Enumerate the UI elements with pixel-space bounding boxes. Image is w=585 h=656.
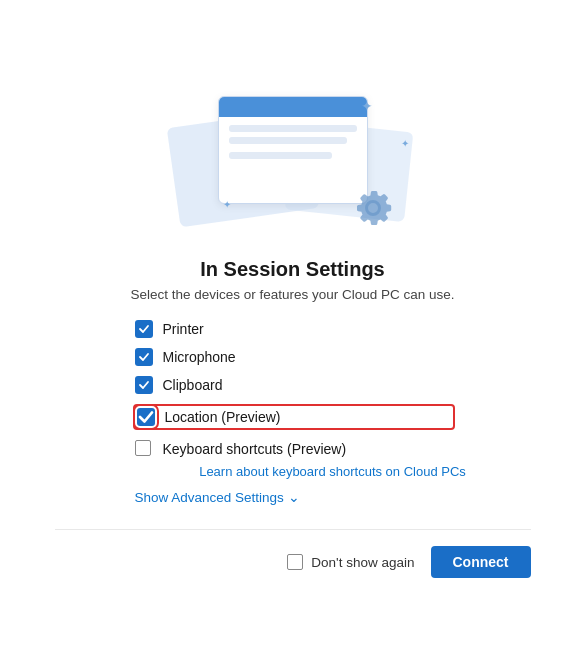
hero-titlebar [219,97,367,117]
dont-show-text: Don't show again [311,555,414,570]
option-microphone-label: Microphone [163,349,236,365]
option-printer[interactable]: Printer [135,320,455,338]
dont-show-checkbox[interactable] [287,554,303,570]
option-printer-label: Printer [163,321,204,337]
footer: Don't show again Connect [55,529,531,578]
show-advanced-label: Show Advanced Settings [135,490,284,505]
gear-icon [351,186,395,230]
keyboard-shortcuts-link[interactable]: Learn about keyboard shortcuts on Cloud … [199,464,466,479]
dialog-subtitle: Select the devices or features your Clou… [130,287,454,302]
sparkle-icon-1: ✦ [361,98,373,114]
sparkle-icon-3: ✦ [223,199,231,210]
option-clipboard[interactable]: Clipboard [135,376,455,394]
hero-illustration: ✦ ✦ ✦ [163,78,423,238]
option-keyboard[interactable]: Keyboard shortcuts (Preview) [135,440,455,458]
show-advanced-button[interactable]: Show Advanced Settings ⌄ [135,489,300,505]
checkbox-location[interactable] [137,408,155,426]
hero-window [218,96,368,204]
option-keyboard-label: Keyboard shortcuts (Preview) [163,441,347,457]
sparkle-icon-2: ✦ [401,138,409,149]
checkbox-printer[interactable] [135,320,153,338]
checkbox-keyboard[interactable] [135,440,153,458]
option-location[interactable]: Location (Preview) [133,404,455,430]
option-clipboard-label: Clipboard [163,377,223,393]
hero-line-3 [229,152,332,159]
checkbox-microphone[interactable] [135,348,153,366]
dont-show-label[interactable]: Don't show again [287,554,414,570]
hero-line-1 [229,125,357,132]
options-list: Printer Microphone Cli [135,320,455,458]
dialog: ✦ ✦ ✦ In Session Settings Select the dev… [23,54,563,602]
chevron-down-icon: ⌄ [288,489,300,505]
option-location-label: Location (Preview) [165,409,281,425]
checkbox-clipboard[interactable] [135,376,153,394]
hero-line-2 [229,137,347,144]
option-microphone[interactable]: Microphone [135,348,455,366]
connect-button[interactable]: Connect [431,546,531,578]
dialog-title: In Session Settings [200,258,384,281]
